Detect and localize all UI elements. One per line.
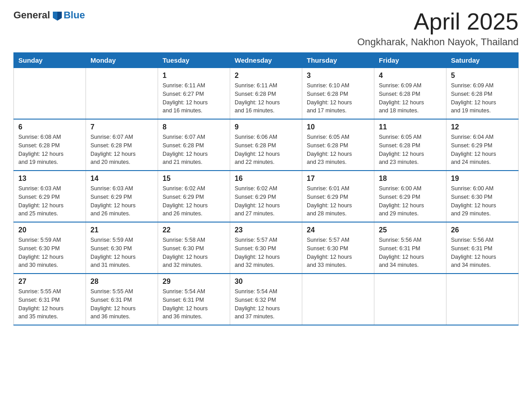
day-info: Sunrise: 6:02 AM Sunset: 6:29 PM Dayligh… xyxy=(163,184,225,218)
day-number: 17 xyxy=(307,175,369,183)
calendar-cell: 8Sunrise: 6:07 AM Sunset: 6:28 PM Daylig… xyxy=(158,119,230,171)
calendar-cell: 2Sunrise: 6:11 AM Sunset: 6:28 PM Daylig… xyxy=(230,68,302,120)
day-info: Sunrise: 6:10 AM Sunset: 6:28 PM Dayligh… xyxy=(307,81,369,115)
calendar-week-row: 1Sunrise: 6:11 AM Sunset: 6:27 PM Daylig… xyxy=(14,68,519,120)
day-info: Sunrise: 6:11 AM Sunset: 6:28 PM Dayligh… xyxy=(235,81,297,115)
logo-general-text: General xyxy=(13,9,50,21)
day-info: Sunrise: 5:57 AM Sunset: 6:30 PM Dayligh… xyxy=(235,236,297,270)
calendar-cell: 20Sunrise: 5:59 AM Sunset: 6:30 PM Dayli… xyxy=(14,222,86,274)
title-block: April 2025 Ongkharak, Nakhon Nayok, Thai… xyxy=(357,9,519,48)
day-info: Sunrise: 6:03 AM Sunset: 6:29 PM Dayligh… xyxy=(18,184,81,218)
calendar-cell: 12Sunrise: 6:04 AM Sunset: 6:29 PM Dayli… xyxy=(446,119,519,171)
day-number: 27 xyxy=(18,278,81,286)
calendar-body: 1Sunrise: 6:11 AM Sunset: 6:27 PM Daylig… xyxy=(14,68,519,325)
day-info: Sunrise: 6:06 AM Sunset: 6:28 PM Dayligh… xyxy=(235,133,297,167)
day-number: 5 xyxy=(451,72,514,80)
weekday-row: SundayMondayTuesdayWednesdayThursdayFrid… xyxy=(14,53,519,68)
calendar-week-row: 20Sunrise: 5:59 AM Sunset: 6:30 PM Dayli… xyxy=(14,222,519,274)
day-number: 4 xyxy=(379,72,442,80)
weekday-header-sunday: Sunday xyxy=(14,53,86,68)
day-info: Sunrise: 6:09 AM Sunset: 6:28 PM Dayligh… xyxy=(451,81,514,115)
day-number: 11 xyxy=(379,123,442,131)
day-info: Sunrise: 6:05 AM Sunset: 6:28 PM Dayligh… xyxy=(379,133,442,167)
day-info: Sunrise: 6:03 AM Sunset: 6:29 PM Dayligh… xyxy=(90,184,153,218)
day-info: Sunrise: 5:59 AM Sunset: 6:30 PM Dayligh… xyxy=(18,236,81,270)
calendar-cell: 18Sunrise: 6:00 AM Sunset: 6:29 PM Dayli… xyxy=(374,171,446,222)
calendar-cell: 19Sunrise: 6:00 AM Sunset: 6:30 PM Dayli… xyxy=(446,171,519,222)
day-info: Sunrise: 5:55 AM Sunset: 6:31 PM Dayligh… xyxy=(18,287,81,321)
day-number: 19 xyxy=(451,175,514,183)
day-info: Sunrise: 6:00 AM Sunset: 6:30 PM Dayligh… xyxy=(451,184,514,218)
page-subtitle: Ongkharak, Nakhon Nayok, Thailand xyxy=(357,36,519,48)
day-number: 24 xyxy=(307,226,369,234)
calendar-cell: 28Sunrise: 5:55 AM Sunset: 6:31 PM Dayli… xyxy=(86,274,158,325)
day-info: Sunrise: 5:54 AM Sunset: 6:31 PM Dayligh… xyxy=(163,287,225,321)
day-info: Sunrise: 6:01 AM Sunset: 6:29 PM Dayligh… xyxy=(307,184,369,218)
day-info: Sunrise: 6:07 AM Sunset: 6:28 PM Dayligh… xyxy=(163,133,225,167)
day-number: 6 xyxy=(18,123,81,131)
day-info: Sunrise: 6:11 AM Sunset: 6:27 PM Dayligh… xyxy=(163,81,225,115)
logo: General Blue xyxy=(13,9,85,21)
day-number: 3 xyxy=(307,72,369,80)
calendar-cell xyxy=(302,274,374,325)
calendar-cell: 30Sunrise: 5:54 AM Sunset: 6:32 PM Dayli… xyxy=(230,274,302,325)
calendar-cell xyxy=(446,274,519,325)
calendar-cell: 13Sunrise: 6:03 AM Sunset: 6:29 PM Dayli… xyxy=(14,171,86,222)
calendar-cell xyxy=(374,274,446,325)
calendar-cell: 3Sunrise: 6:10 AM Sunset: 6:28 PM Daylig… xyxy=(302,68,374,120)
calendar-cell: 11Sunrise: 6:05 AM Sunset: 6:28 PM Dayli… xyxy=(374,119,446,171)
page-header: General Blue April 2025 Ongkharak, Nakho… xyxy=(13,9,519,48)
calendar-cell: 21Sunrise: 5:59 AM Sunset: 6:30 PM Dayli… xyxy=(86,222,158,274)
day-number: 12 xyxy=(451,123,514,131)
day-number: 21 xyxy=(90,226,153,234)
weekday-header-friday: Friday xyxy=(374,53,446,68)
calendar-cell: 9Sunrise: 6:06 AM Sunset: 6:28 PM Daylig… xyxy=(230,119,302,171)
weekday-header-tuesday: Tuesday xyxy=(158,53,230,68)
day-info: Sunrise: 5:59 AM Sunset: 6:30 PM Dayligh… xyxy=(90,236,153,270)
calendar-cell: 16Sunrise: 6:02 AM Sunset: 6:29 PM Dayli… xyxy=(230,171,302,222)
day-info: Sunrise: 5:56 AM Sunset: 6:31 PM Dayligh… xyxy=(451,236,514,270)
calendar-cell xyxy=(86,68,158,120)
calendar-cell: 6Sunrise: 6:08 AM Sunset: 6:28 PM Daylig… xyxy=(14,119,86,171)
page-title: April 2025 xyxy=(357,9,519,34)
calendar-cell: 27Sunrise: 5:55 AM Sunset: 6:31 PM Dayli… xyxy=(14,274,86,325)
day-number: 16 xyxy=(235,175,297,183)
day-number: 1 xyxy=(163,72,225,80)
calendar-week-row: 6Sunrise: 6:08 AM Sunset: 6:28 PM Daylig… xyxy=(14,119,519,171)
day-number: 14 xyxy=(90,175,153,183)
day-info: Sunrise: 6:09 AM Sunset: 6:28 PM Dayligh… xyxy=(379,81,442,115)
day-info: Sunrise: 6:05 AM Sunset: 6:28 PM Dayligh… xyxy=(307,133,369,167)
day-number: 22 xyxy=(163,226,225,234)
calendar-cell: 23Sunrise: 5:57 AM Sunset: 6:30 PM Dayli… xyxy=(230,222,302,274)
day-number: 9 xyxy=(235,123,297,131)
calendar-week-row: 13Sunrise: 6:03 AM Sunset: 6:29 PM Dayli… xyxy=(14,171,519,222)
day-number: 8 xyxy=(163,123,225,131)
day-number: 13 xyxy=(18,175,81,183)
day-info: Sunrise: 5:55 AM Sunset: 6:31 PM Dayligh… xyxy=(90,287,153,321)
calendar-cell: 24Sunrise: 5:57 AM Sunset: 6:30 PM Dayli… xyxy=(302,222,374,274)
day-number: 30 xyxy=(235,278,297,286)
day-info: Sunrise: 6:02 AM Sunset: 6:29 PM Dayligh… xyxy=(235,184,297,218)
day-info: Sunrise: 5:54 AM Sunset: 6:32 PM Dayligh… xyxy=(235,287,297,321)
logo-blue-text: Blue xyxy=(64,9,85,21)
day-number: 28 xyxy=(90,278,153,286)
day-number: 7 xyxy=(90,123,153,131)
day-number: 20 xyxy=(18,226,81,234)
calendar-table: SundayMondayTuesdayWednesdayThursdayFrid… xyxy=(13,52,519,325)
calendar-cell: 10Sunrise: 6:05 AM Sunset: 6:28 PM Dayli… xyxy=(302,119,374,171)
day-info: Sunrise: 6:08 AM Sunset: 6:28 PM Dayligh… xyxy=(18,133,81,167)
calendar-cell: 14Sunrise: 6:03 AM Sunset: 6:29 PM Dayli… xyxy=(86,171,158,222)
weekday-header-saturday: Saturday xyxy=(446,53,519,68)
day-number: 2 xyxy=(235,72,297,80)
weekday-header-wednesday: Wednesday xyxy=(230,53,302,68)
calendar-cell: 22Sunrise: 5:58 AM Sunset: 6:30 PM Dayli… xyxy=(158,222,230,274)
day-number: 23 xyxy=(235,226,297,234)
calendar-cell xyxy=(14,68,86,120)
day-number: 18 xyxy=(379,175,442,183)
logo-icon xyxy=(51,9,64,21)
day-info: Sunrise: 6:04 AM Sunset: 6:29 PM Dayligh… xyxy=(451,133,514,167)
calendar-cell: 5Sunrise: 6:09 AM Sunset: 6:28 PM Daylig… xyxy=(446,68,519,120)
calendar-cell: 7Sunrise: 6:07 AM Sunset: 6:28 PM Daylig… xyxy=(86,119,158,171)
calendar-cell: 15Sunrise: 6:02 AM Sunset: 6:29 PM Dayli… xyxy=(158,171,230,222)
calendar-cell: 17Sunrise: 6:01 AM Sunset: 6:29 PM Dayli… xyxy=(302,171,374,222)
